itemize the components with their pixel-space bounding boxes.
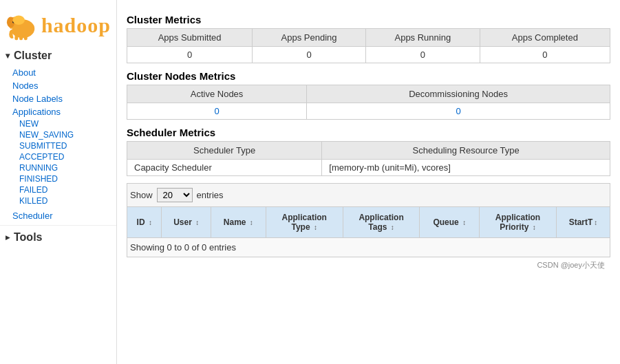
cluster-metrics-title: Cluster Metrics <box>127 14 610 25</box>
val-decommissioning-nodes[interactable]: 0 <box>307 103 610 120</box>
sidebar-cluster-label: Cluster <box>14 50 52 62</box>
sidebar-item-scheduler[interactable]: Scheduler <box>0 209 116 222</box>
svg-rect-6 <box>24 35 28 40</box>
sort-name-icon: ↕ <box>250 219 253 226</box>
sidebar-tools-label: Tools <box>14 231 42 244</box>
val-active-nodes[interactable]: 0 <box>127 103 307 120</box>
show-label: Show <box>130 190 153 200</box>
cluster-arrow-icon: ▾ <box>6 51 10 61</box>
val-apps-running: 0 <box>365 47 480 63</box>
svg-point-7 <box>13 16 25 25</box>
sidebar-item-failed[interactable]: FAILED <box>0 184 116 195</box>
cluster-nodes-title: Cluster Nodes Metrics <box>127 70 610 82</box>
applications-table: ID ↕ User ↕ Name ↕ ApplicationType ↕ App… <box>127 206 610 238</box>
th-id[interactable]: ID ↕ <box>127 207 162 238</box>
watermark-text: CSDN @joey小天使 <box>127 257 610 273</box>
hadoop-wordmark: hadoop <box>41 14 111 37</box>
entries-select[interactable]: 10 20 25 50 100 <box>157 188 193 202</box>
sort-start-icon: ↕ <box>594 219 597 226</box>
val-scheduler-type: Capacity Scheduler <box>127 160 322 176</box>
col-apps-completed: Apps Completed <box>480 29 610 47</box>
col-decommissioning-nodes: Decommissioning Nodes <box>307 85 610 103</box>
sort-priority-icon: ↕ <box>533 224 536 231</box>
th-app-tags[interactable]: ApplicationTags ↕ <box>343 207 420 238</box>
sidebar-item-finished[interactable]: FINISHED <box>0 173 116 184</box>
sidebar-item-new-saving[interactable]: NEW_SAVING <box>0 129 116 140</box>
svg-rect-4 <box>14 35 18 40</box>
th-app-priority[interactable]: ApplicationPriority ↕ <box>480 207 557 238</box>
svg-rect-5 <box>19 35 23 40</box>
val-scheduling-resource-type: [memory-mb (unit=Mi), vcores] <box>322 160 610 176</box>
th-queue[interactable]: Queue ↕ <box>420 207 480 238</box>
col-active-nodes: Active Nodes <box>127 85 307 103</box>
col-apps-running: Apps Running <box>365 29 480 47</box>
scheduler-metrics-title: Scheduler Metrics <box>127 127 610 138</box>
sidebar-item-new[interactable]: NEW <box>0 118 116 129</box>
showing-entries-text: Showing 0 to 0 of 0 entries <box>127 238 610 257</box>
sidebar-item-accepted[interactable]: ACCEPTED <box>0 151 116 162</box>
sidebar-item-killed[interactable]: KILLED <box>0 195 116 206</box>
sort-id-icon: ↕ <box>149 219 152 226</box>
th-user[interactable]: User ↕ <box>162 207 211 238</box>
col-apps-submitted: Apps Submitted <box>127 29 253 47</box>
col-apps-pending: Apps Pending <box>253 29 366 47</box>
cluster-metrics-table: Apps Submitted Apps Pending Apps Running… <box>127 28 610 63</box>
hadoop-elephant-icon <box>6 10 40 41</box>
val-apps-pending: 0 <box>253 47 366 63</box>
sort-queue-icon: ↕ <box>462 219 466 226</box>
sidebar-tools-header[interactable]: ▸ Tools <box>0 225 116 246</box>
cluster-nodes-table: Active Nodes Decommissioning Nodes 0 0 <box>127 85 610 120</box>
sort-type-icon: ↕ <box>314 224 317 231</box>
sort-user-icon: ↕ <box>195 219 199 226</box>
show-entries-bar: Show 10 20 25 50 100 entries <box>127 183 610 206</box>
main-content: Cluster Metrics Apps Submitted Apps Pend… <box>117 0 620 364</box>
sidebar-item-nodes[interactable]: Nodes <box>0 79 116 92</box>
sidebar-item-about[interactable]: About <box>0 66 116 79</box>
sidebar-item-submitted[interactable]: SUBMITTED <box>0 140 116 151</box>
scheduler-metrics-table: Scheduler Type Scheduling Resource Type … <box>127 141 610 176</box>
th-app-type[interactable]: ApplicationType ↕ <box>266 207 343 238</box>
col-scheduler-type: Scheduler Type <box>127 142 322 160</box>
entries-label: entries <box>197 190 224 200</box>
sort-tags-icon: ↕ <box>391 224 394 231</box>
sidebar-item-applications[interactable]: Applications <box>0 105 116 118</box>
logo-area: hadoop <box>0 6 116 47</box>
th-start-time[interactable]: StartT↕ <box>556 207 610 238</box>
col-scheduling-resource-type: Scheduling Resource Type <box>322 142 610 160</box>
val-apps-completed: 0 <box>480 47 610 63</box>
sidebar-item-node-labels[interactable]: Node Labels <box>0 92 116 105</box>
tools-arrow-icon: ▸ <box>6 233 10 242</box>
sidebar-cluster-header[interactable]: ▾ Cluster <box>0 47 116 66</box>
th-name[interactable]: Name ↕ <box>211 207 266 238</box>
sidebar-item-running[interactable]: RUNNING <box>0 162 116 173</box>
sidebar: hadoop ▾ Cluster About Nodes Node Labels… <box>0 0 117 364</box>
val-apps-submitted: 0 <box>127 47 253 63</box>
